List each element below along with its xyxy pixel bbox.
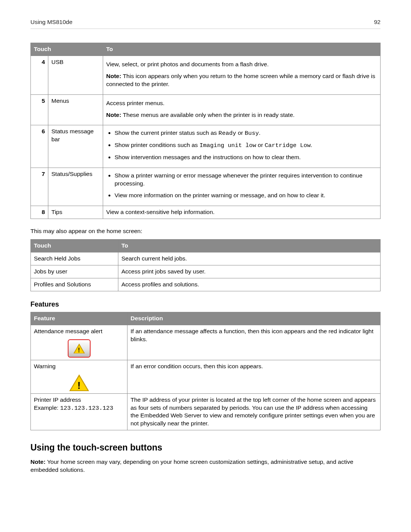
- bullet-mid: or: [236, 129, 245, 136]
- row-touch: USB: [48, 56, 103, 94]
- list-item: Show printer conditions such as Imaging …: [115, 141, 377, 150]
- row-number: 4: [31, 56, 48, 94]
- row-touch: Status message bar: [48, 125, 103, 168]
- row-feature: Attendance message alert !: [31, 325, 127, 360]
- desc-note: Note: This icon appears only when you re…: [106, 72, 377, 88]
- table-row: Attendance message alert ! If an attenda…: [31, 325, 381, 360]
- table-row: Warning ! If an error condition occurs, …: [31, 360, 381, 393]
- section-note: Note: Your home screen may vary, dependi…: [30, 458, 381, 474]
- note-text: These menus are available only when the …: [121, 112, 295, 118]
- table-row: 6 Status message bar Show the current pr…: [31, 125, 381, 168]
- th-feature: Feature: [31, 312, 127, 325]
- header-page-number: 92: [374, 18, 381, 26]
- bullet-code: Ready: [218, 130, 236, 137]
- row-to: Access profiles and solutions.: [118, 278, 381, 291]
- row-touch: Tips: [48, 206, 103, 219]
- th-description: Description: [127, 312, 381, 325]
- table-row: 4 USB View, select, or print photos and …: [31, 56, 381, 94]
- list-item: Show the current printer status such as …: [115, 129, 377, 137]
- touch-table-2: Touch To Search Held Jobs Search current…: [30, 239, 381, 291]
- example-code: 123.123.123.123: [60, 405, 113, 412]
- th-touch: Touch: [31, 239, 118, 252]
- table-row: Search Held Jobs Search current held job…: [31, 252, 381, 265]
- note-label: Note:: [106, 73, 121, 79]
- row-touch: Menus: [48, 94, 103, 125]
- bullet-code: Cartridge Low: [264, 142, 311, 149]
- row-feature: Warning !: [31, 360, 127, 393]
- bullet-pre: Show printer conditions such as: [115, 142, 199, 148]
- th-to: To: [118, 239, 381, 252]
- note-label: Note:: [30, 459, 46, 465]
- row-desc: Show the current printer status such as …: [103, 125, 381, 168]
- note-text: This icon appears only when you return t…: [106, 73, 375, 87]
- header-title: Using MS810de: [30, 18, 72, 26]
- row-to: Access print jobs saved by user.: [118, 265, 381, 278]
- note-text: Your home screen may vary, depending on …: [30, 459, 353, 473]
- row-description: If an error condition occurs, then this …: [127, 360, 381, 393]
- row-description: The IP address of your printer is locate…: [127, 393, 381, 430]
- row-desc: View, select, or print photos and docume…: [103, 56, 381, 94]
- table-row: 5 Menus Access printer menus. Note: Thes…: [31, 94, 381, 125]
- row-number: 5: [31, 94, 48, 125]
- row-description: If an attendance message affects a funct…: [127, 325, 381, 360]
- feature-label: Printer IP address: [34, 396, 124, 404]
- intro-text: This may also appear on the home screen:: [30, 227, 381, 235]
- features-table: Feature Description Attendance message a…: [30, 312, 381, 430]
- bullet-post: .: [259, 129, 260, 136]
- bullet-code: Busy: [245, 130, 259, 137]
- row-number: 8: [31, 206, 48, 219]
- feature-label: Warning: [34, 363, 56, 369]
- bullet-pre: Show the current printer status such as: [115, 129, 218, 136]
- bullet-code: Imaging unit low: [199, 142, 256, 149]
- table-row: 7 Status/Supplies Show a printer warning…: [31, 168, 381, 206]
- row-touch: Jobs by user: [31, 265, 118, 278]
- th-to: To: [103, 43, 381, 56]
- row-touch: Status/Supplies: [48, 168, 103, 206]
- desc-note: Note: These menus are available only whe…: [106, 111, 377, 119]
- feature-example: Example: 123.123.123.123: [34, 404, 124, 412]
- bullet-pre: Show intervention messages and the instr…: [115, 154, 301, 160]
- page-header: Using MS810de 92: [30, 18, 381, 29]
- touch-table-1: Touch To 4 USB View, select, or print ph…: [30, 43, 381, 219]
- row-feature: Printer IP address Example: 123.123.123.…: [31, 393, 127, 430]
- list-item: Show a printer warning or error message …: [115, 172, 377, 188]
- table-row: Printer IP address Example: 123.123.123.…: [31, 393, 381, 430]
- bullet-mid: or: [256, 142, 264, 148]
- row-desc: Show a printer warning or error message …: [103, 168, 381, 206]
- note-label: Note:: [106, 112, 121, 118]
- row-number: 7: [31, 168, 48, 206]
- warning-icon: !: [34, 374, 124, 391]
- feature-label: Attendance message alert: [34, 328, 102, 334]
- row-number: 6: [31, 125, 48, 168]
- section-heading: Using the touch-screen buttons: [30, 442, 381, 454]
- table-row: 8 Tips View a context-sensitive help inf…: [31, 206, 381, 219]
- row-to: Search current held jobs.: [118, 252, 381, 265]
- bullet-post: .: [311, 142, 312, 148]
- attendance-alert-icon: !: [34, 339, 124, 358]
- example-label: Example:: [34, 404, 60, 411]
- bullet-list: Show the current printer status such as …: [106, 129, 377, 161]
- desc-text: Access printer menus.: [106, 99, 377, 107]
- row-desc: Access printer menus. Note: These menus …: [103, 94, 381, 125]
- row-desc: View a context-sensitive help informatio…: [103, 206, 381, 219]
- row-touch: Profiles and Solutions: [31, 278, 118, 291]
- th-touch: Touch: [31, 43, 103, 56]
- row-touch: Search Held Jobs: [31, 252, 118, 265]
- bullet-list: Show a printer warning or error message …: [106, 172, 377, 200]
- desc-text: View, select, or print photos and docume…: [106, 61, 377, 69]
- table-row: Jobs by user Access print jobs saved by …: [31, 265, 381, 278]
- list-item: Show intervention messages and the instr…: [115, 153, 377, 161]
- table-row: Profiles and Solutions Access profiles a…: [31, 278, 381, 291]
- features-heading: Features: [30, 300, 381, 309]
- list-item: View more information on the printer war…: [115, 192, 377, 200]
